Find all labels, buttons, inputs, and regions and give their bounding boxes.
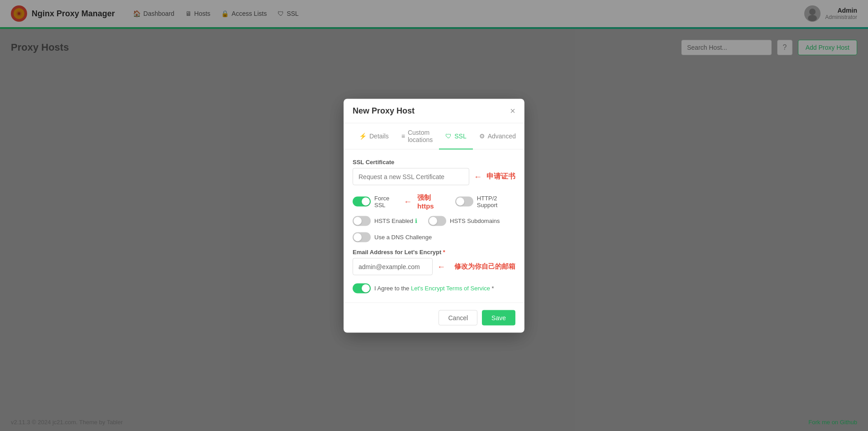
hsts-subdomains-toggle[interactable]	[428, 216, 446, 226]
http2-knob	[456, 197, 464, 205]
force-ssl-toggle[interactable]	[353, 196, 371, 206]
advanced-tab-icon: ⚙	[479, 132, 485, 139]
tab-custom-locations-label: Custom locations	[408, 128, 433, 143]
http2-toggle[interactable]	[455, 196, 473, 206]
lets-encrypt-link[interactable]: Let's Encrypt Terms of Service	[411, 285, 490, 292]
tab-details[interactable]: ⚡ Details	[353, 123, 395, 149]
toggle-row-1: Force SSL ← 强制https HTTP/2 Support	[353, 193, 515, 209]
hsts-subdomains-label: HSTS Subdomains	[450, 218, 500, 224]
hsts-info-icon: ℹ	[415, 218, 417, 224]
hsts-enabled-label: HSTS Enabled ℹ	[374, 218, 417, 224]
toggle-row-2: HSTS Enabled ℹ HSTS Subdomains	[353, 216, 515, 226]
cert-annotation: 申请证书	[486, 172, 515, 181]
save-button[interactable]: Save	[482, 310, 515, 325]
http2-toggle-item: HTTP/2 Support	[455, 194, 515, 208]
tab-ssl-label: SSL	[454, 132, 466, 139]
tab-ssl[interactable]: 🛡 SSL	[439, 123, 472, 149]
modal-body: SSL Certificate ← 申请证书 Force SSL ← 强制htt…	[344, 149, 524, 302]
dns-challenge-knob	[354, 233, 362, 241]
email-input[interactable]	[353, 258, 433, 275]
tab-custom-locations[interactable]: ≡ Custom locations	[395, 123, 439, 149]
modal-title: New Proxy Host	[353, 106, 415, 115]
details-tab-icon: ⚡	[359, 132, 367, 139]
email-group: Email Address for Let's Encrypt * ← 修改为你…	[353, 248, 515, 275]
tab-advanced[interactable]: ⚙ Advanced	[473, 123, 522, 149]
email-arrow-icon: ←	[437, 262, 445, 270]
ssl-tab-icon: 🛡	[445, 132, 452, 139]
force-ssl-toggle-item: Force SSL ← 强制https	[353, 193, 444, 209]
dns-challenge-label: Use a DNS Challenge	[374, 234, 432, 241]
new-proxy-host-modal: New Proxy Host × ⚡ Details ≡ Custom loca…	[344, 99, 524, 332]
email-label: Email Address for Let's Encrypt *	[353, 248, 515, 255]
dns-challenge-toggle-item: Use a DNS Challenge	[353, 232, 432, 242]
force-ssl-annotation: 强制https	[417, 193, 444, 209]
agree-row: I Agree to the Let's Encrypt Terms of Se…	[353, 283, 515, 293]
ssl-certificate-input[interactable]	[353, 168, 469, 185]
close-button[interactable]: ×	[510, 106, 515, 115]
force-ssl-knob	[362, 197, 370, 205]
agree-toggle[interactable]	[353, 283, 371, 293]
email-annotation: 修改为你自己的邮箱	[454, 262, 515, 271]
cancel-button[interactable]: Cancel	[439, 310, 477, 325]
modal-footer: Cancel Save	[344, 302, 524, 332]
agree-knob	[362, 284, 370, 292]
tab-details-label: Details	[369, 132, 389, 139]
force-ssl-label: Force SSL	[374, 194, 399, 208]
dns-challenge-toggle[interactable]	[353, 232, 371, 242]
ssl-certificate-group: SSL Certificate ← 申请证书	[353, 158, 515, 185]
custom-locations-tab-icon: ≡	[401, 132, 405, 139]
hsts-subdomains-toggle-item: HSTS Subdomains	[428, 216, 500, 226]
hsts-enabled-knob	[354, 217, 362, 225]
modal-tabs: ⚡ Details ≡ Custom locations 🛡 SSL ⚙ Adv…	[344, 123, 524, 149]
tab-advanced-label: Advanced	[488, 132, 516, 139]
cert-arrow-icon: ←	[474, 172, 482, 180]
hsts-enabled-toggle[interactable]	[353, 216, 371, 226]
modal-header: New Proxy Host ×	[344, 99, 524, 123]
email-required-star: *	[443, 248, 445, 255]
http2-label: HTTP/2 Support	[477, 194, 515, 208]
force-ssl-arrow: ←	[404, 197, 412, 205]
hsts-enabled-toggle-item: HSTS Enabled ℹ	[353, 216, 417, 226]
agree-text: I Agree to the Let's Encrypt Terms of Se…	[374, 285, 494, 292]
toggle-row-3: Use a DNS Challenge	[353, 232, 515, 242]
hsts-subdomains-knob	[429, 217, 437, 225]
ssl-certificate-label: SSL Certificate	[353, 158, 515, 165]
